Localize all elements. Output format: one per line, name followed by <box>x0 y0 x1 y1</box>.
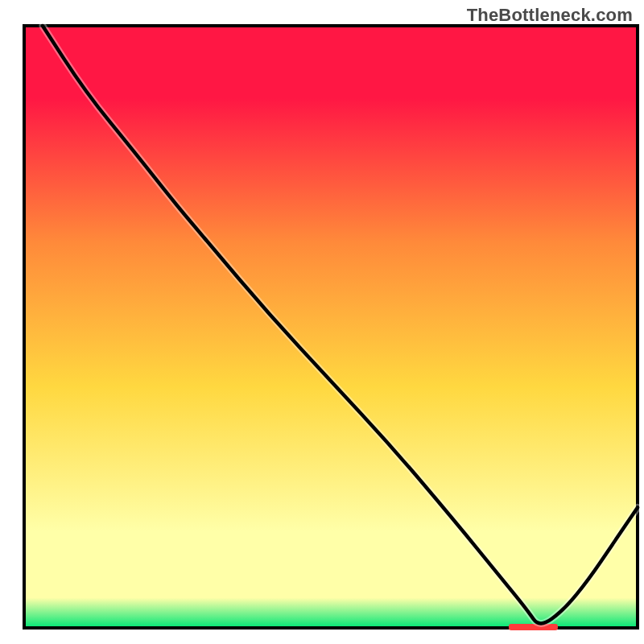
chart-background-gradient <box>24 26 638 628</box>
chart-stage: TheBottleneck.com <box>0 0 644 644</box>
bottleneck-chart <box>0 0 644 644</box>
site-watermark: TheBottleneck.com <box>467 5 633 26</box>
curve-minimum-marker <box>509 624 558 630</box>
